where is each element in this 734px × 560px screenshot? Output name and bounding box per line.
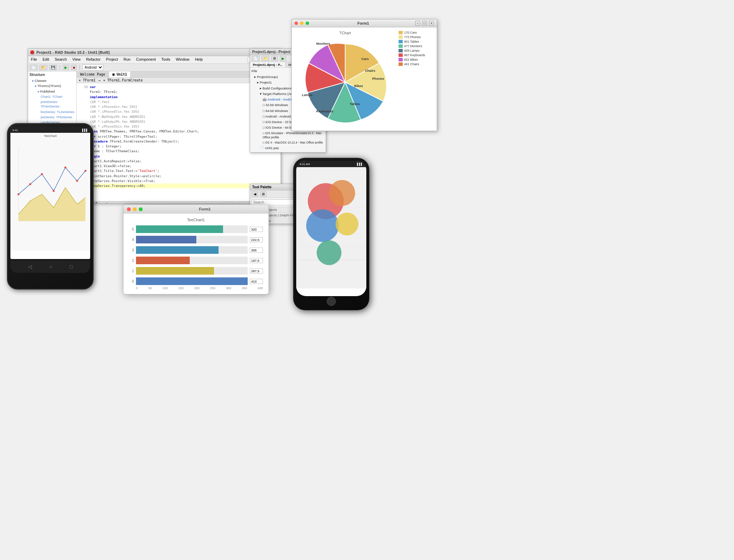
- stop-btn[interactable]: ■: [71, 65, 77, 70]
- iphone-bubble-chart: [298, 169, 366, 279]
- bar-label-3: 3: [129, 248, 134, 252]
- menu-refactor[interactable]: Refactor: [85, 57, 102, 63]
- run-btn[interactable]: ▶: [63, 65, 69, 70]
- tree-chart1[interactable]: Chart1: TChart: [29, 94, 75, 99]
- palette-btn2[interactable]: ⊞: [260, 191, 266, 197]
- tab-welcome[interactable]: Welcome Page: [77, 71, 109, 77]
- form1-pie-window: Form1 − □ × TChart: [291, 19, 437, 131]
- form1-pie-body: TChart: [292, 27, 437, 131]
- android-nav: ◁ ○ □: [10, 260, 90, 273]
- mac-close-btn[interactable]: [127, 207, 131, 211]
- legend-cars: 170 Cars: [399, 31, 433, 34]
- proj-run-btn[interactable]: ▶: [280, 56, 286, 61]
- tree-unit1pas[interactable]: 📄 Unit1.pas: [251, 145, 324, 151]
- menu-component[interactable]: Component: [135, 57, 157, 63]
- svg-point-9: [65, 166, 67, 169]
- legend-label-lamps: 928 Lamps: [404, 49, 420, 52]
- pie-chart-container: TChart: [295, 31, 395, 127]
- menu-run[interactable]: Run: [122, 57, 132, 63]
- menu-file[interactable]: File: [29, 57, 39, 63]
- legend-color-cars: [399, 31, 403, 34]
- new-btn[interactable]: 📄: [30, 65, 37, 70]
- menu-help[interactable]: Help: [194, 57, 204, 63]
- bar-axis: 0 50 100 150 200 250 300 350 400: [129, 286, 263, 290]
- android-time: 9:41: [12, 129, 18, 132]
- form1-maximize-dot[interactable]: [306, 21, 309, 25]
- menu-project[interactable]: Project: [105, 57, 119, 63]
- pie-chart-title: TChart: [339, 31, 351, 35]
- tree-classes[interactable]: ▸Classes: [29, 78, 75, 83]
- iphone-screen: 9:41 AM ▌▌▌: [296, 161, 366, 296]
- breadcrumb-tform1[interactable]: ▾ TForm1: [79, 78, 95, 82]
- menu-tools[interactable]: Tools: [160, 57, 172, 63]
- menu-search[interactable]: Search: [53, 57, 68, 63]
- legend-tables: 801 Tables: [399, 40, 433, 43]
- svg-point-20: [306, 209, 339, 242]
- legend-color-tables: [399, 40, 403, 43]
- open-btn[interactable]: 📂: [40, 65, 47, 70]
- android-recent-btn[interactable]: □: [70, 264, 72, 269]
- legend-bikes: 822 Bikes: [399, 58, 433, 61]
- mac-minimize-btn[interactable]: [133, 207, 137, 211]
- android-back-btn[interactable]: ◁: [28, 264, 32, 269]
- android-statusbar: 9:41 ▌▌▌: [10, 127, 90, 133]
- iphone-signal: ▌▌▌: [357, 163, 363, 166]
- platform-select[interactable]: Android: [82, 64, 103, 70]
- tree-osx[interactable]: □ OS X - MacOSX 10.12.4 - Mac Office pro…: [251, 140, 324, 145]
- tab-unit1[interactable]: ■ Unit1: [109, 71, 131, 77]
- android-chart-title: TeeChart: [12, 134, 89, 138]
- mac-maximize-btn[interactable]: [139, 207, 143, 211]
- palette-btn1[interactable]: ◀: [252, 191, 258, 197]
- breadcrumb-formcreate[interactable]: ▾ TForm1.FormCreate: [103, 78, 143, 82]
- tree-published[interactable]: ▸Published: [29, 89, 75, 94]
- bar-value-3: 305: [250, 248, 263, 253]
- bar-track-2: [136, 257, 248, 264]
- legend-keyboards: 867 Keyboards: [399, 53, 433, 57]
- android-home-btn[interactable]: ○: [49, 264, 52, 269]
- proj-open-btn[interactable]: 📁: [262, 56, 269, 61]
- form1-minimize-dot[interactable]: [300, 21, 304, 25]
- form1-bar-body: TeeChart1 5 320 4 222,5 3: [123, 214, 268, 294]
- form1-close-dot[interactable]: [295, 21, 298, 25]
- svg-point-6: [29, 183, 31, 185]
- bar-row-4: 4 222,5: [129, 236, 263, 243]
- android-screen: 9:41 ▌▌▌ TeeChart: [10, 127, 90, 259]
- iphone-shell: 9:41 AM ▌▌▌: [293, 158, 369, 310]
- form1-ctrl-min[interactable]: −: [415, 21, 420, 26]
- menu-window[interactable]: Window: [174, 57, 191, 63]
- tab-code[interactable]: Code: [223, 202, 234, 203]
- svg-point-22: [317, 240, 342, 265]
- form1-ctrl-close[interactable]: ×: [429, 21, 434, 26]
- iphone: 9:41 AM ▌▌▌: [293, 158, 369, 310]
- legend-color-bikes: [399, 58, 403, 61]
- android-signal: ▌▌▌: [82, 129, 88, 132]
- menu-edit[interactable]: Edit: [41, 57, 51, 63]
- proj-new-btn[interactable]: 📄: [252, 56, 259, 61]
- proj-build-btn[interactable]: ⚙: [271, 56, 278, 61]
- svg-point-7: [41, 173, 43, 175]
- tree-ios-sim[interactable]: □ iOS Simulator - iPhoneSimulator10.3 - …: [251, 131, 324, 140]
- pie-chart: Cars Phones Tables Monitors Lamps Keyboa…: [300, 37, 390, 127]
- bar-chart: 5 320 4 222,5 3 305: [129, 225, 263, 285]
- svg-point-19: [329, 180, 355, 206]
- tree-lineseries[interactable]: lineSeries: TLineSeries: [29, 109, 75, 114]
- bar-label-0: 0: [129, 279, 134, 283]
- axis-250: 250: [210, 286, 215, 290]
- tree-pointseries[interactable]: pointSeries: TPointSeries: [29, 99, 75, 109]
- proj-tab-0[interactable]: Project1.dproj - P...: [250, 62, 285, 67]
- form1-ctrl-max[interactable]: □: [422, 21, 427, 26]
- iphone-home-button[interactable]: [327, 297, 336, 306]
- svg-point-10: [76, 180, 78, 182]
- save-btn[interactable]: 💾: [49, 65, 57, 70]
- legend-color-chairs: [399, 62, 403, 66]
- menu-view[interactable]: View: [71, 57, 82, 63]
- svg-point-11: [84, 170, 86, 172]
- tree-pieseries[interactable]: pieSeries: TPieSeries: [29, 114, 75, 120]
- android-area-chart: [12, 139, 89, 233]
- tree-tform1[interactable]: ▸TForm1(TForm): [29, 83, 75, 88]
- bar-value-4: 222,5: [250, 237, 263, 242]
- form1-bar-title: Form1: [145, 207, 265, 211]
- bar-track-0: [136, 277, 248, 285]
- bar-fill-2: [136, 257, 190, 264]
- bar-track-4: [136, 236, 248, 243]
